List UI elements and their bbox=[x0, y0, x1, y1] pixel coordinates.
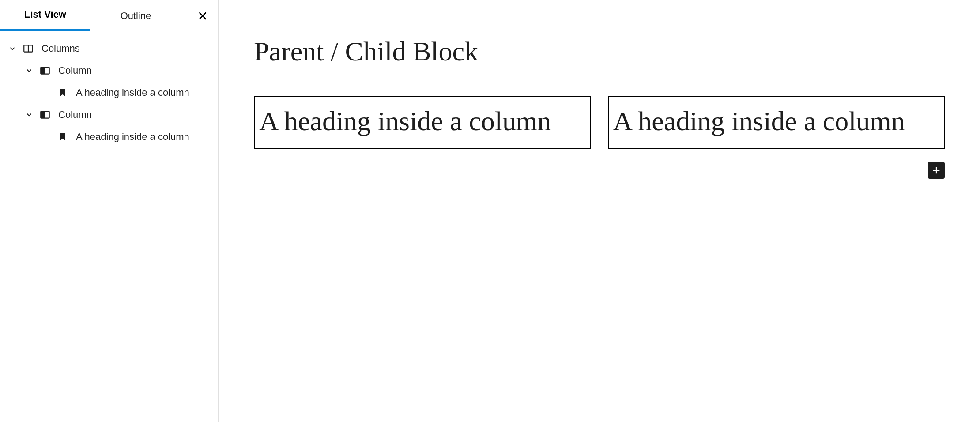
bookmark-icon bbox=[55, 132, 71, 142]
sidebar-tabs: List View Outline bbox=[0, 0, 218, 31]
column-icon bbox=[37, 109, 53, 121]
tree-item-heading[interactable]: A heading inside a column bbox=[0, 82, 218, 104]
block-tree: Columns Column A heading inside a column bbox=[0, 31, 218, 148]
tree-item-column[interactable]: Column bbox=[0, 104, 218, 126]
tree-item-label: Column bbox=[58, 65, 92, 76]
close-sidebar-button[interactable] bbox=[187, 0, 218, 31]
column-icon bbox=[37, 65, 53, 76]
chevron-down-icon[interactable] bbox=[4, 45, 20, 53]
columns-icon bbox=[20, 43, 36, 54]
tree-item-heading[interactable]: A heading inside a column bbox=[0, 126, 218, 148]
list-view-sidebar: List View Outline Columns Column bbox=[0, 0, 219, 422]
column-block[interactable]: A heading inside a column bbox=[608, 96, 945, 149]
chevron-down-icon[interactable] bbox=[21, 111, 37, 119]
page-title[interactable]: Parent / Child Block bbox=[254, 36, 945, 67]
tree-item-columns[interactable]: Columns bbox=[0, 38, 218, 60]
tab-outline[interactable]: Outline bbox=[90, 0, 181, 31]
column-heading[interactable]: A heading inside a column bbox=[613, 103, 940, 140]
tree-item-label: A heading inside a column bbox=[76, 131, 189, 143]
column-block[interactable]: A heading inside a column bbox=[254, 96, 591, 149]
tree-item-label: A heading inside a column bbox=[76, 87, 189, 98]
bookmark-icon bbox=[55, 88, 71, 98]
columns-block[interactable]: A heading inside a column A heading insi… bbox=[254, 96, 945, 149]
plus-icon bbox=[931, 166, 941, 175]
column-heading[interactable]: A heading inside a column bbox=[259, 103, 586, 140]
tab-list-view[interactable]: List View bbox=[0, 0, 90, 31]
close-icon bbox=[197, 10, 208, 22]
tree-item-label: Column bbox=[58, 109, 92, 121]
tree-item-column[interactable]: Column bbox=[0, 60, 218, 82]
svg-rect-4 bbox=[41, 111, 45, 118]
tree-item-label: Columns bbox=[41, 43, 80, 54]
svg-rect-2 bbox=[41, 67, 45, 74]
chevron-down-icon[interactable] bbox=[21, 67, 37, 75]
editor-canvas[interactable]: Parent / Child Block A heading inside a … bbox=[219, 0, 980, 422]
add-block-button[interactable] bbox=[928, 162, 945, 179]
